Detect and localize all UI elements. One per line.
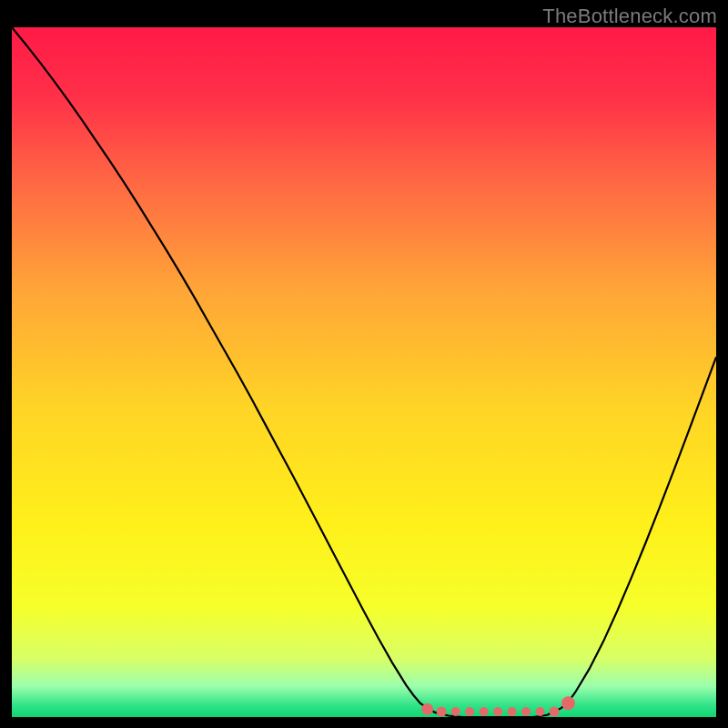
watermark-text: TheBottleneck.com [542, 5, 717, 28]
sweet-spot-dot [521, 707, 531, 716]
sweet-spot-dot [549, 707, 559, 717]
bottleneck-chart [12, 27, 716, 717]
sweet-spot-dot [480, 707, 489, 716]
sweet-spot-dot [421, 703, 433, 715]
sweet-spot-dot [465, 707, 474, 716]
sweet-spot-dot [437, 707, 447, 717]
sweet-spot-dot [536, 707, 545, 716]
sweet-spot-dot [561, 696, 575, 710]
sweet-spot-dot [508, 707, 517, 716]
sweet-spot-dot [451, 707, 460, 716]
sweet-spot-dot [493, 707, 502, 716]
chart-wrapper: TheBottleneck.com [0, 0, 728, 728]
